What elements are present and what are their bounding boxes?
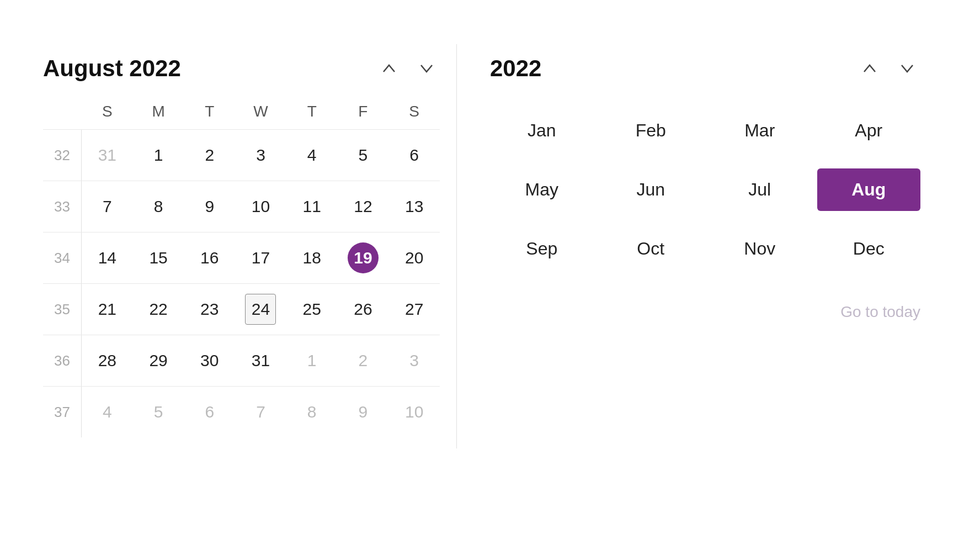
day-row: 3521222324252627: [43, 283, 440, 335]
month-cell-feb[interactable]: Feb: [599, 109, 703, 152]
day-nav-down-button[interactable]: [413, 57, 440, 80]
col-header-t2: T: [286, 98, 338, 125]
month-nav-buttons: [856, 57, 920, 80]
day-grid-body: 3231123456337891011121334141516171819203…: [43, 129, 440, 437]
day-cell[interactable]: 18: [286, 233, 338, 283]
day-cell[interactable]: 14: [82, 233, 133, 283]
day-grid: S M T W T F S 32311234563378910111213341…: [43, 98, 440, 437]
day-cell[interactable]: 7: [82, 181, 133, 232]
day-cell[interactable]: 1: [286, 335, 338, 386]
day-cell[interactable]: 1: [133, 130, 184, 181]
day-cell[interactable]: 2: [338, 335, 389, 386]
day-cell[interactable]: 22: [133, 284, 184, 335]
day-cell[interactable]: 5: [133, 387, 184, 437]
week-number: 34: [43, 233, 82, 283]
day-nav-up-button[interactable]: [376, 57, 402, 80]
month-cell-jun[interactable]: Jun: [599, 168, 703, 211]
col-header-t1: T: [184, 98, 235, 125]
day-cell[interactable]: 10: [235, 181, 286, 232]
day-cell[interactable]: 2: [184, 130, 235, 181]
day-cell[interactable]: 8: [133, 181, 184, 232]
go-to-today-button[interactable]: Go to today: [490, 298, 920, 326]
day-cell[interactable]: 10: [388, 387, 440, 437]
day-row: 3231123456: [43, 129, 440, 181]
month-cell-may[interactable]: May: [490, 168, 594, 211]
day-cell[interactable]: 13: [388, 181, 440, 232]
week-number: 32: [43, 130, 82, 181]
day-cell[interactable]: 4: [82, 387, 133, 437]
week-num-col-header: [43, 98, 82, 125]
col-header-w: W: [235, 98, 286, 125]
month-cell-jan[interactable]: Jan: [490, 109, 594, 152]
week-number: 33: [43, 181, 82, 232]
day-cell[interactable]: 31: [82, 130, 133, 181]
month-cal-header: 2022: [490, 55, 920, 82]
day-cell[interactable]: 31: [235, 335, 286, 386]
day-cell[interactable]: 9: [338, 387, 389, 437]
month-cell-jul[interactable]: Jul: [708, 168, 812, 211]
month-cell-sep[interactable]: Sep: [490, 228, 594, 270]
week-number: 37: [43, 387, 82, 437]
month-grid: JanFebMarAprMayJunJulAugSepOctNovDec: [490, 109, 920, 270]
month-nav-up-button[interactable]: [856, 57, 883, 80]
day-cell[interactable]: 27: [388, 284, 440, 335]
day-row: 3745678910: [43, 386, 440, 437]
month-cell-aug[interactable]: Aug: [817, 168, 921, 211]
day-cell[interactable]: 7: [235, 387, 286, 437]
day-cell[interactable]: 9: [184, 181, 235, 232]
day-cal-header: August 2022: [43, 55, 440, 82]
day-cell[interactable]: 4: [286, 130, 338, 181]
month-cell-nov[interactable]: Nov: [708, 228, 812, 270]
day-calendar: August 2022 S M T W T F S: [26, 44, 457, 448]
month-cell-oct[interactable]: Oct: [599, 228, 703, 270]
day-cell[interactable]: 19: [338, 233, 389, 283]
day-cell[interactable]: 5: [338, 130, 389, 181]
calendar-wrapper: August 2022 S M T W T F S: [11, 22, 969, 560]
day-row: 3414151617181920: [43, 232, 440, 283]
day-cell[interactable]: 17: [235, 233, 286, 283]
day-cell[interactable]: 12: [338, 181, 389, 232]
day-row: 3378910111213: [43, 181, 440, 232]
day-cell[interactable]: 26: [338, 284, 389, 335]
day-cell[interactable]: 28: [82, 335, 133, 386]
day-cell[interactable]: 21: [82, 284, 133, 335]
day-cell[interactable]: 3: [235, 130, 286, 181]
day-cell[interactable]: 23: [184, 284, 235, 335]
day-cell[interactable]: 3: [388, 335, 440, 386]
day-cell[interactable]: 29: [133, 335, 184, 386]
col-header-s2: S: [388, 98, 440, 125]
month-nav-down-button[interactable]: [894, 57, 920, 80]
month-cell-mar[interactable]: Mar: [708, 109, 812, 152]
month-calendar: 2022 JanFebMarAprMayJunJulAugSepOctNovDe…: [457, 44, 954, 337]
col-header-f: F: [338, 98, 389, 125]
day-cal-title: August 2022: [43, 55, 181, 82]
day-cell[interactable]: 16: [184, 233, 235, 283]
col-header-s: S: [82, 98, 133, 125]
week-number: 35: [43, 284, 82, 335]
day-cell[interactable]: 25: [286, 284, 338, 335]
day-grid-header: S M T W T F S: [43, 98, 440, 125]
day-cell[interactable]: 8: [286, 387, 338, 437]
day-nav-buttons: [376, 57, 440, 80]
day-cell[interactable]: 6: [184, 387, 235, 437]
day-cell[interactable]: 15: [133, 233, 184, 283]
day-row: 3628293031123: [43, 335, 440, 386]
day-cell[interactable]: 24: [235, 284, 286, 335]
month-cal-title: 2022: [490, 55, 541, 82]
day-cell[interactable]: 6: [388, 130, 440, 181]
month-cell-apr[interactable]: Apr: [817, 109, 921, 152]
month-cell-dec[interactable]: Dec: [817, 228, 921, 270]
week-number: 36: [43, 335, 82, 386]
col-header-m: M: [133, 98, 184, 125]
day-cell[interactable]: 11: [286, 181, 338, 232]
day-cell[interactable]: 20: [388, 233, 440, 283]
day-cell[interactable]: 30: [184, 335, 235, 386]
